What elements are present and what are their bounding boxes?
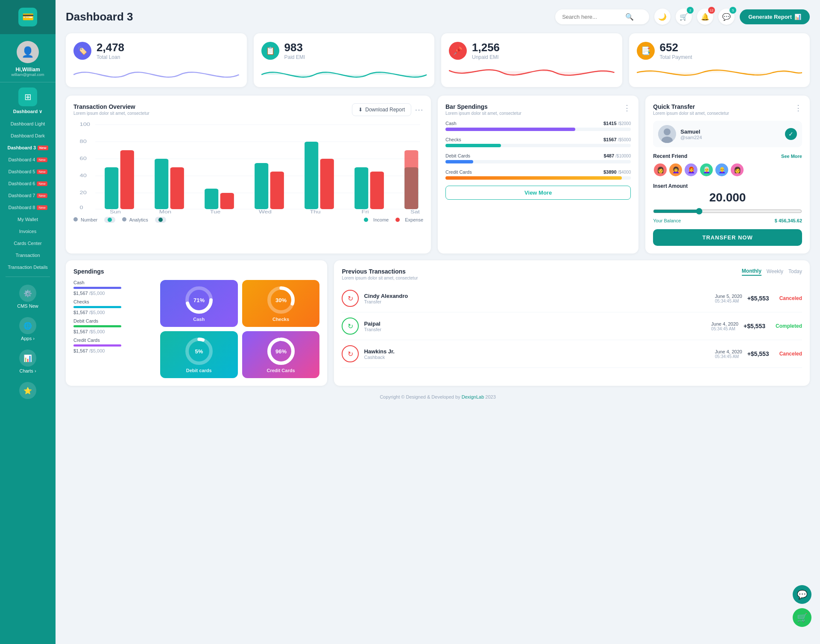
sidebar-section-cms: ⚙️ CMS New — [0, 280, 56, 313]
charts-label[interactable]: Charts › — [19, 368, 36, 373]
float-cart-button[interactable]: 🛒 — [793, 608, 811, 627]
spending-debit-fill — [445, 160, 473, 163]
svg-rect-26 — [270, 172, 284, 209]
see-more-link[interactable]: See More — [781, 154, 802, 159]
apps-label[interactable]: Apps › — [21, 336, 35, 341]
svg-rect-32 — [404, 150, 418, 209]
unpaid-emi-label: Unpaid EMI — [472, 54, 500, 60]
your-balance-label: Your Balance — [653, 218, 681, 223]
friend-avatar-2[interactable]: 👩‍🦱 — [668, 163, 683, 177]
number-toggle[interactable] — [104, 217, 115, 223]
search-input[interactable] — [562, 14, 622, 20]
donut-debit-label: Debit cards — [186, 368, 212, 373]
download-report-button[interactable]: ⬇ Download Report — [352, 103, 411, 116]
bottom-grid: Spendings Cash $1,567 /$5,000 Checks $1,… — [66, 260, 810, 386]
search-box[interactable]: 🔍 — [555, 9, 649, 24]
sidebar-item-dashboard-4[interactable]: Dashboard 4 New — [0, 154, 56, 166]
sidebar-item-dashboard-dark[interactable]: Dashboard Dark — [0, 130, 56, 142]
transaction-overview-title: Transaction Overview — [73, 103, 149, 110]
total-payment-wave — [637, 62, 802, 85]
tx-info-cindy: Cindy Alexandro Transfer — [364, 293, 710, 304]
chart-legend: Number Analytics Income Expense — [73, 217, 423, 223]
bell-button[interactable]: 🔔 12 — [697, 9, 713, 25]
recent-friend-section: Recent Friend See More — [653, 153, 802, 159]
footer-brand-link[interactable]: DexignLab — [462, 394, 484, 399]
cms-label[interactable]: CMS New — [17, 303, 38, 309]
sidebar-dashboard-button[interactable]: ⊞ — [18, 87, 37, 106]
sidebar-section-apps: 🌐 Apps › — [0, 313, 56, 345]
svg-text:40: 40 — [80, 173, 87, 178]
tab-weekly[interactable]: Weekly — [767, 268, 783, 275]
total-loan-icon: 🏷️ — [73, 42, 91, 60]
new-badge: New — [37, 157, 47, 162]
sidebar-dashboard-label[interactable]: Dashboard ∨ — [13, 109, 43, 114]
sidebar-item-dashboard-7[interactable]: Dashboard 7 New — [0, 189, 56, 201]
svg-rect-23 — [205, 189, 218, 209]
generate-report-button[interactable]: Generate Report 📊 — [740, 9, 810, 24]
new-badge: New — [38, 146, 48, 150]
sidebar-item-invoices[interactable]: Invoices — [0, 225, 56, 237]
svg-text:96%: 96% — [275, 348, 287, 355]
spending-item-cash-label: Cash — [73, 280, 153, 285]
bell-badge: 12 — [708, 7, 715, 14]
sidebar-item-dashboard-8[interactable]: Dashboard 8 New — [0, 201, 56, 213]
transaction-bar-chart: 100 80 60 40 20 0 Sun Mon Tue — [73, 119, 423, 213]
previous-transactions-subtitle: Lorem ipsum dolor sit amet, consectetur — [342, 276, 418, 280]
bar-spendings-more-icon[interactable]: ⋮ — [623, 103, 631, 113]
analytics-toggle[interactable] — [155, 217, 166, 223]
spending-row-checks: Checks $1567 /$5000 — [445, 137, 631, 147]
svg-text:0: 0 — [80, 205, 83, 210]
spending-item-debit-amount: $1,567 /$5,000 — [73, 329, 153, 334]
friend-avatar-4[interactable]: 👩‍🦳 — [699, 163, 714, 177]
search-icon: 🔍 — [625, 13, 634, 21]
friend-avatar-3[interactable]: 👩‍🦰 — [684, 163, 698, 177]
sidebar-item-dashboard-3[interactable]: Dashboard 3 New — [0, 142, 56, 154]
donut-card-credit: 96% Credit Cards — [242, 331, 320, 378]
quick-transfer-subtitle: Lorem ipsum dolor sit amet, consectetur — [653, 111, 729, 116]
tx-amount-hawkins: +$5,553 — [747, 350, 769, 357]
sidebar-item-my-wallet[interactable]: My Wallet — [0, 213, 56, 225]
spending-item-cash-amount: $1,567 /$5,000 — [73, 291, 153, 296]
tx-info-hawkins: Hawkins Jr. Cashback — [364, 348, 710, 360]
tx-type-cindy: Transfer — [364, 299, 710, 304]
sidebar-section-star: ⭐ — [0, 378, 56, 405]
sidebar-item-dashboard-6[interactable]: Dashboard 6 New — [0, 178, 56, 189]
sidebar-item-cards-center[interactable]: Cards Center — [0, 237, 56, 249]
svg-rect-27 — [305, 142, 318, 209]
cms-icon: ⚙️ — [19, 285, 36, 302]
friend-avatar-5[interactable]: 👩‍🦲 — [715, 163, 729, 177]
cart-button[interactable]: 🛒 2 — [676, 9, 692, 25]
unpaid-emi-icon: 📌 — [449, 42, 467, 60]
tx-name-paipal: Paipal — [364, 321, 706, 327]
chat-badge: 5 — [729, 7, 736, 14]
float-support-button[interactable]: 💬 — [793, 585, 811, 604]
amount-slider[interactable] — [653, 208, 802, 215]
transfer-now-button[interactable]: TRANSFER NOW — [653, 229, 802, 246]
expense-legend-label: Expense — [405, 217, 423, 222]
spending-item-checks-amount: $1,567 /$5,000 — [73, 310, 153, 315]
qt-check-icon: ✓ — [785, 128, 797, 140]
tx-date-hawkins: June 4, 2020 05:34:45 AM — [715, 349, 742, 359]
friend-avatar-1[interactable]: 👩 — [653, 163, 668, 177]
balance-row: Your Balance $ 456,345.62 — [653, 218, 802, 223]
chat-button[interactable]: 💬 5 — [718, 9, 735, 25]
sidebar-item-transaction-details[interactable]: Transaction Details — [0, 261, 56, 273]
view-more-button[interactable]: View More — [445, 186, 631, 200]
svg-text:Thu: Thu — [310, 210, 320, 213]
friend-avatar-6[interactable]: 👩 — [730, 163, 744, 177]
quick-transfer-more-icon[interactable]: ⋮ — [794, 103, 802, 113]
tab-today[interactable]: Today — [788, 268, 802, 275]
sidebar-item-transaction[interactable]: Transaction — [0, 249, 56, 261]
main-content: Dashboard 3 🔍 🌙 🛒 2 🔔 12 💬 5 Generate Re… — [56, 0, 820, 644]
spending-item-checks: Checks $1,567 /$5,000 — [73, 299, 153, 315]
stat-card-total-loan: 🏷️ 2,478 Total Loan — [66, 33, 247, 87]
tab-monthly[interactable]: Monthly — [742, 268, 761, 276]
stat-card-paid-emi: 📋 983 Paid EMI — [254, 33, 435, 87]
spending-item-credit-bar — [73, 344, 121, 347]
sidebar-item-dashboard-5[interactable]: Dashboard 5 New — [0, 166, 56, 178]
total-payment-value: 652 — [660, 41, 692, 54]
transaction-more-icon[interactable]: ⋯ — [415, 105, 423, 115]
tx-icon-hawkins: ↻ — [342, 345, 359, 362]
theme-toggle-button[interactable]: 🌙 — [654, 9, 671, 25]
sidebar-item-dashboard-light[interactable]: Dashboard Light — [0, 118, 56, 130]
